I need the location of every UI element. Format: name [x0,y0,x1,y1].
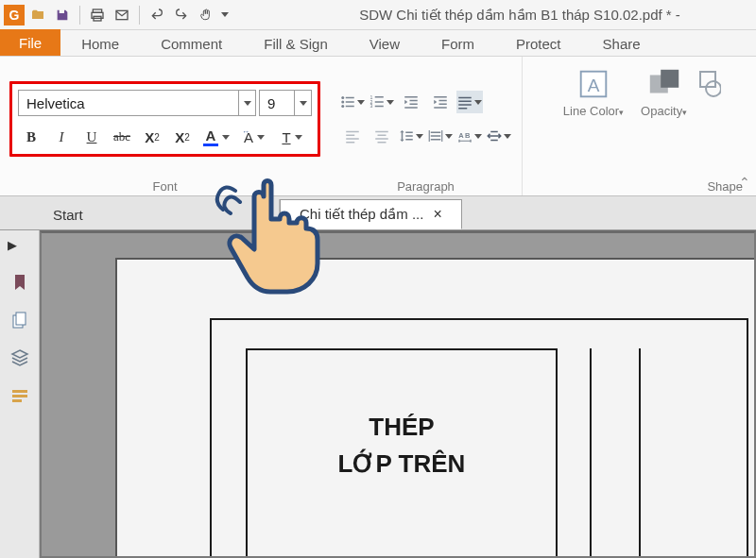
text-style-button[interactable]: T [275,126,309,148]
svg-rect-24 [458,97,472,99]
drawing-frame: THÉP LỚP TRÊN [210,318,748,558]
tab-share[interactable]: Share [582,32,662,56]
text-line-2: LỚP TRÊN [248,446,556,482]
align-center-button[interactable] [369,125,395,147]
qat-dropdown-icon[interactable] [219,4,231,26]
font-size-combo[interactable]: 9 [259,90,312,116]
line-spacing-button[interactable] [398,125,424,147]
line-color-label: Line Color▾ [563,104,624,118]
quick-access-toolbar [4,4,231,26]
svg-rect-28 [346,131,359,133]
shape-group-label: Shape [707,179,743,194]
tab-home[interactable]: Home [60,32,140,56]
chevron-down-icon[interactable] [238,91,255,115]
font-color-button[interactable]: A [199,126,233,148]
undo-icon[interactable] [146,4,168,26]
hand-tool-icon[interactable] [195,4,217,26]
subscript-button[interactable]: X2 [169,126,196,148]
email-icon[interactable] [111,4,133,26]
tab-start[interactable]: Start [34,199,280,229]
open-icon[interactable] [26,4,49,26]
svg-rect-22 [439,104,447,106]
fit-width-button[interactable] [486,125,512,147]
font-name-combo[interactable]: Helvetica [18,90,256,116]
strikethrough-button[interactable]: abc [109,126,135,148]
svg-point-8 [341,105,344,108]
line-color-button[interactable]: A Line Color▾ [558,62,629,122]
separator [79,6,80,25]
bookmark-icon[interactable] [10,273,29,290]
svg-rect-23 [434,107,447,109]
svg-rect-30 [346,138,359,140]
layers-icon[interactable] [10,348,29,365]
line-color-icon: A [576,66,611,102]
chevron-down-icon[interactable] [294,91,311,115]
svg-rect-7 [346,101,354,103]
drawing-text: THÉP LỚP TRÊN [248,409,556,482]
tab-fill-sign[interactable]: Fill & Sign [243,32,349,56]
window-title: SDW Chi tiết thép dầm hầm B1 tháp S10.02… [231,7,752,24]
font-group: Helvetica 9 B I U abc X2 X2 A A [0,57,330,195]
nav-panel: ▶ [0,230,40,558]
align-left-button[interactable] [339,125,366,147]
font-size-value: 9 [267,95,275,111]
italic-button[interactable]: I [48,126,75,148]
shape-tool-icon[interactable] [698,62,721,102]
svg-rect-39 [431,132,441,134]
tab-document[interactable]: Chi tiết thép dầm ... × [280,199,462,229]
file-tab[interactable]: File [0,29,60,56]
comments-icon[interactable] [10,386,29,403]
indent-button[interactable] [427,91,454,113]
paragraph-group-label: Paragraph [397,179,455,194]
close-icon[interactable]: × [433,206,441,223]
align-button[interactable] [456,91,483,113]
svg-rect-27 [458,108,467,110]
svg-rect-56 [12,399,22,402]
svg-rect-25 [458,101,472,103]
bold-button[interactable]: B [18,126,44,148]
pdf-page: THÉP LỚP TRÊN [115,258,756,558]
drawing-cell: THÉP LỚP TRÊN [246,348,558,558]
char-spacing-button[interactable]: AB [456,125,483,147]
tab-comment[interactable]: Comment [140,32,243,56]
opacity-button[interactable]: Opacity▾ [635,62,693,122]
page-viewport[interactable]: THÉP LỚP TRÊN [40,230,756,558]
number-list-button[interactable]: 123 [369,91,395,113]
ribbon: Helvetica 9 B I U abc X2 X2 A A [0,57,756,196]
svg-rect-11 [375,96,384,98]
separator [139,6,140,25]
svg-point-51 [706,81,721,96]
tab-view[interactable]: View [349,32,421,56]
bullet-list-button[interactable] [339,91,366,113]
pages-icon[interactable] [10,311,29,328]
svg-rect-31 [346,142,354,144]
svg-rect-38 [405,139,413,141]
superscript-button[interactable]: X2 [139,126,165,148]
font-highlight-box: Helvetica 9 B I U abc X2 X2 A A [9,81,320,157]
menu-bar: File Home Comment Fill & Sign View Form … [0,30,756,57]
svg-text:A: A [588,76,600,95]
svg-rect-41 [431,139,441,141]
tab-protect[interactable]: Protect [495,32,582,56]
tab-form[interactable]: Form [421,32,495,56]
svg-text:3: 3 [370,103,373,109]
title-bar: SDW Chi tiết thép dầm hầm B1 tháp S10.02… [0,0,756,30]
underline-button[interactable]: U [78,126,105,148]
font-name-value: Helvetica [26,95,85,111]
print-icon[interactable] [86,4,109,26]
redo-icon[interactable] [170,4,193,26]
svg-rect-17 [410,100,418,102]
opacity-icon [646,66,682,102]
svg-rect-15 [375,106,384,108]
svg-rect-18 [410,104,418,106]
outdent-button[interactable] [398,91,424,113]
tab-document-label: Chi tiết thép dầm ... [300,206,423,223]
highlight-color-button[interactable]: A↔ [237,126,271,148]
save-icon[interactable] [51,4,74,26]
paragraph-spacing-button[interactable] [427,125,454,147]
expand-nav-icon[interactable]: ▶ [8,238,17,252]
svg-rect-49 [661,70,679,88]
document-tabs: Start Chi tiết thép dầm ... × [0,196,756,230]
ribbon-collapse-icon[interactable]: ⌃ [739,175,750,190]
svg-rect-13 [375,101,384,103]
